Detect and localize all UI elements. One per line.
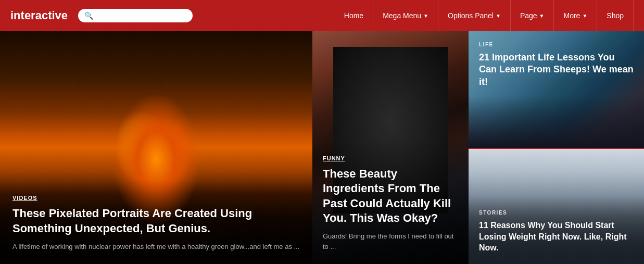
chevron-down-icon: ▼ [423, 13, 428, 19]
feature-article-mid[interactable]: FUNNY These Beauty Ingredients From The … [312, 31, 469, 264]
logo[interactable]: interactive [10, 9, 68, 22]
panel-right: LIFE 21 Important Life Lessons You Can L… [469, 31, 644, 264]
header: interactive 🔍 Home Mega Menu ▼ Options P… [0, 0, 644, 31]
main-content: VIDEOS These Pixelated Portraits Are Cre… [0, 31, 644, 264]
right-bottom-category[interactable]: STORIES [479, 210, 634, 216]
right-bottom-title: 11 Reasons Why You Should Start Losing W… [479, 220, 634, 254]
logo-bold: active [35, 9, 68, 22]
left-overlay: VIDEOS These Pixelated Portraits Are Cre… [0, 179, 312, 264]
feature-article-right-top[interactable]: LIFE 21 Important Life Lessons You Can L… [469, 31, 644, 148]
search-input[interactable] [96, 12, 185, 20]
nav-more[interactable]: More ▼ [554, 0, 597, 31]
nav-home[interactable]: Home [335, 0, 373, 31]
right-top-overlay: LIFE 21 Important Life Lessons You Can L… [469, 31, 644, 148]
chevron-down-icon: ▼ [582, 13, 587, 19]
right-bottom-overlay: STORIES 11 Reasons Why You Should Start … [469, 199, 644, 264]
right-top-title: 21 Important Life Lessons You Can Learn … [479, 52, 634, 88]
mid-category[interactable]: FUNNY [323, 155, 458, 161]
mid-description: Guards! Bring me the forms I need to fil… [323, 231, 458, 252]
logo-prefix: inter [10, 9, 35, 22]
search-bar[interactable]: 🔍 [78, 9, 193, 22]
chevron-down-icon: ▼ [496, 13, 501, 19]
feature-article-left[interactable]: VIDEOS These Pixelated Portraits Are Cre… [0, 31, 312, 264]
right-top-category[interactable]: LIFE [479, 42, 634, 47]
mid-overlay: FUNNY These Beauty Ingredients From The … [312, 140, 469, 264]
left-description: A lifetime of working with nuclear power… [12, 242, 300, 252]
nav-page[interactable]: Page ▼ [511, 0, 554, 31]
mid-title: These Beauty Ingredients From The Past C… [323, 167, 458, 226]
chevron-down-icon: ▼ [539, 13, 545, 19]
search-icon: 🔍 [84, 11, 93, 20]
nav-mega-menu[interactable]: Mega Menu ▼ [373, 0, 438, 31]
main-nav: Home Mega Menu ▼ Options Panel ▼ Page ▼ … [335, 0, 634, 31]
left-category[interactable]: VIDEOS [12, 195, 300, 201]
feature-article-right-bottom[interactable]: STORIES 11 Reasons Why You Should Start … [469, 148, 644, 264]
nav-shop[interactable]: Shop [597, 0, 634, 31]
left-title: These Pixelated Portraits Are Created Us… [12, 206, 300, 236]
nav-options-panel[interactable]: Options Panel ▼ [438, 0, 511, 31]
